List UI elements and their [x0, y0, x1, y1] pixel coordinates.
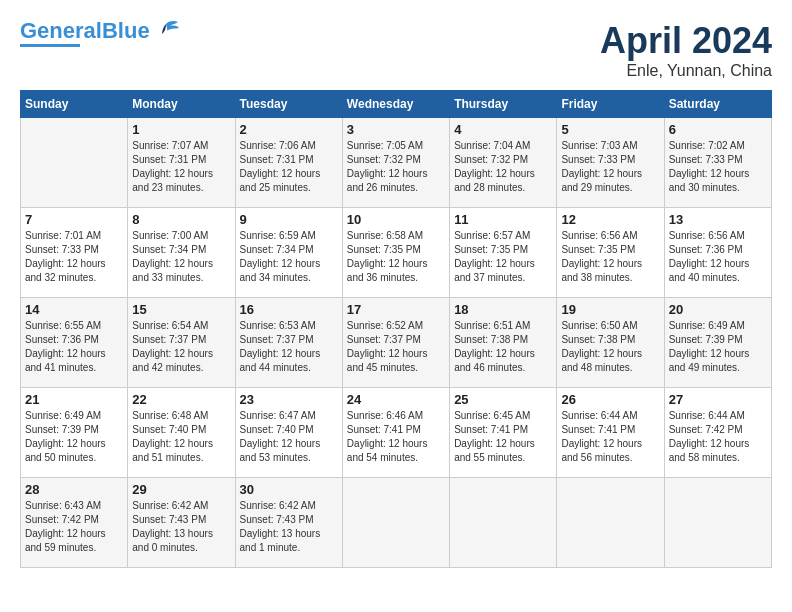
day-info: Sunrise: 6:46 AMSunset: 7:41 PMDaylight:… [347, 409, 445, 465]
title-block: April 2024 Enle, Yunnan, China [600, 20, 772, 80]
day-info: Sunrise: 6:58 AMSunset: 7:35 PMDaylight:… [347, 229, 445, 285]
calendar-cell: 3Sunrise: 7:05 AMSunset: 7:32 PMDaylight… [342, 118, 449, 208]
day-info: Sunrise: 6:55 AMSunset: 7:36 PMDaylight:… [25, 319, 123, 375]
day-number: 30 [240, 482, 338, 497]
day-number: 6 [669, 122, 767, 137]
day-info: Sunrise: 6:51 AMSunset: 7:38 PMDaylight:… [454, 319, 552, 375]
calendar-week-row: 28Sunrise: 6:43 AMSunset: 7:42 PMDayligh… [21, 478, 772, 568]
logo: GeneralBlue [20, 20, 180, 47]
logo-general: General [20, 18, 102, 43]
calendar-cell: 28Sunrise: 6:43 AMSunset: 7:42 PMDayligh… [21, 478, 128, 568]
day-number: 15 [132, 302, 230, 317]
calendar-cell: 16Sunrise: 6:53 AMSunset: 7:37 PMDayligh… [235, 298, 342, 388]
day-number: 21 [25, 392, 123, 407]
day-number: 18 [454, 302, 552, 317]
day-info: Sunrise: 7:05 AMSunset: 7:32 PMDaylight:… [347, 139, 445, 195]
calendar-cell [664, 478, 771, 568]
day-number: 11 [454, 212, 552, 227]
day-number: 27 [669, 392, 767, 407]
day-info: Sunrise: 6:49 AMSunset: 7:39 PMDaylight:… [669, 319, 767, 375]
day-number: 20 [669, 302, 767, 317]
day-info: Sunrise: 7:07 AMSunset: 7:31 PMDaylight:… [132, 139, 230, 195]
day-number: 5 [561, 122, 659, 137]
day-info: Sunrise: 6:52 AMSunset: 7:37 PMDaylight:… [347, 319, 445, 375]
calendar-cell: 4Sunrise: 7:04 AMSunset: 7:32 PMDaylight… [450, 118, 557, 208]
calendar-cell: 7Sunrise: 7:01 AMSunset: 7:33 PMDaylight… [21, 208, 128, 298]
day-info: Sunrise: 6:44 AMSunset: 7:42 PMDaylight:… [669, 409, 767, 465]
day-info: Sunrise: 6:48 AMSunset: 7:40 PMDaylight:… [132, 409, 230, 465]
day-info: Sunrise: 7:04 AMSunset: 7:32 PMDaylight:… [454, 139, 552, 195]
day-info: Sunrise: 6:45 AMSunset: 7:41 PMDaylight:… [454, 409, 552, 465]
calendar-cell: 8Sunrise: 7:00 AMSunset: 7:34 PMDaylight… [128, 208, 235, 298]
calendar-cell: 12Sunrise: 6:56 AMSunset: 7:35 PMDayligh… [557, 208, 664, 298]
day-number: 7 [25, 212, 123, 227]
day-number: 10 [347, 212, 445, 227]
day-info: Sunrise: 6:56 AMSunset: 7:36 PMDaylight:… [669, 229, 767, 285]
calendar-cell: 23Sunrise: 6:47 AMSunset: 7:40 PMDayligh… [235, 388, 342, 478]
location: Enle, Yunnan, China [600, 62, 772, 80]
calendar-week-row: 21Sunrise: 6:49 AMSunset: 7:39 PMDayligh… [21, 388, 772, 478]
day-info: Sunrise: 6:47 AMSunset: 7:40 PMDaylight:… [240, 409, 338, 465]
calendar-cell: 25Sunrise: 6:45 AMSunset: 7:41 PMDayligh… [450, 388, 557, 478]
calendar-week-row: 7Sunrise: 7:01 AMSunset: 7:33 PMDaylight… [21, 208, 772, 298]
logo-text: GeneralBlue [20, 20, 150, 42]
day-number: 24 [347, 392, 445, 407]
day-info: Sunrise: 6:43 AMSunset: 7:42 PMDaylight:… [25, 499, 123, 555]
day-info: Sunrise: 6:59 AMSunset: 7:34 PMDaylight:… [240, 229, 338, 285]
calendar-cell: 18Sunrise: 6:51 AMSunset: 7:38 PMDayligh… [450, 298, 557, 388]
calendar-cell: 6Sunrise: 7:02 AMSunset: 7:33 PMDaylight… [664, 118, 771, 208]
day-info: Sunrise: 6:44 AMSunset: 7:41 PMDaylight:… [561, 409, 659, 465]
calendar-header-row: SundayMondayTuesdayWednesdayThursdayFrid… [21, 91, 772, 118]
day-info: Sunrise: 7:06 AMSunset: 7:31 PMDaylight:… [240, 139, 338, 195]
day-info: Sunrise: 7:00 AMSunset: 7:34 PMDaylight:… [132, 229, 230, 285]
calendar-cell: 1Sunrise: 7:07 AMSunset: 7:31 PMDaylight… [128, 118, 235, 208]
day-number: 26 [561, 392, 659, 407]
day-number: 19 [561, 302, 659, 317]
day-info: Sunrise: 6:42 AMSunset: 7:43 PMDaylight:… [240, 499, 338, 555]
day-number: 17 [347, 302, 445, 317]
day-number: 28 [25, 482, 123, 497]
day-number: 3 [347, 122, 445, 137]
day-number: 22 [132, 392, 230, 407]
calendar-cell [342, 478, 449, 568]
calendar-cell: 22Sunrise: 6:48 AMSunset: 7:40 PMDayligh… [128, 388, 235, 478]
day-info: Sunrise: 6:53 AMSunset: 7:37 PMDaylight:… [240, 319, 338, 375]
day-info: Sunrise: 6:56 AMSunset: 7:35 PMDaylight:… [561, 229, 659, 285]
calendar-cell: 13Sunrise: 6:56 AMSunset: 7:36 PMDayligh… [664, 208, 771, 298]
day-number: 13 [669, 212, 767, 227]
calendar-cell: 10Sunrise: 6:58 AMSunset: 7:35 PMDayligh… [342, 208, 449, 298]
day-number: 16 [240, 302, 338, 317]
month-title: April 2024 [600, 20, 772, 62]
day-info: Sunrise: 7:01 AMSunset: 7:33 PMDaylight:… [25, 229, 123, 285]
calendar-cell: 21Sunrise: 6:49 AMSunset: 7:39 PMDayligh… [21, 388, 128, 478]
calendar-cell: 11Sunrise: 6:57 AMSunset: 7:35 PMDayligh… [450, 208, 557, 298]
calendar-day-header: Saturday [664, 91, 771, 118]
day-number: 1 [132, 122, 230, 137]
calendar-cell: 19Sunrise: 6:50 AMSunset: 7:38 PMDayligh… [557, 298, 664, 388]
day-info: Sunrise: 6:57 AMSunset: 7:35 PMDaylight:… [454, 229, 552, 285]
calendar-day-header: Sunday [21, 91, 128, 118]
calendar-cell: 20Sunrise: 6:49 AMSunset: 7:39 PMDayligh… [664, 298, 771, 388]
logo-bird-icon [152, 20, 180, 42]
calendar-week-row: 1Sunrise: 7:07 AMSunset: 7:31 PMDaylight… [21, 118, 772, 208]
day-info: Sunrise: 6:50 AMSunset: 7:38 PMDaylight:… [561, 319, 659, 375]
calendar-table: SundayMondayTuesdayWednesdayThursdayFrid… [20, 90, 772, 568]
day-number: 14 [25, 302, 123, 317]
day-info: Sunrise: 6:42 AMSunset: 7:43 PMDaylight:… [132, 499, 230, 555]
calendar-cell [450, 478, 557, 568]
calendar-day-header: Wednesday [342, 91, 449, 118]
calendar-cell: 15Sunrise: 6:54 AMSunset: 7:37 PMDayligh… [128, 298, 235, 388]
calendar-day-header: Friday [557, 91, 664, 118]
calendar-cell: 17Sunrise: 6:52 AMSunset: 7:37 PMDayligh… [342, 298, 449, 388]
calendar-cell: 29Sunrise: 6:42 AMSunset: 7:43 PMDayligh… [128, 478, 235, 568]
logo-underline [20, 44, 80, 47]
day-info: Sunrise: 7:03 AMSunset: 7:33 PMDaylight:… [561, 139, 659, 195]
calendar-day-header: Tuesday [235, 91, 342, 118]
calendar-week-row: 14Sunrise: 6:55 AMSunset: 7:36 PMDayligh… [21, 298, 772, 388]
calendar-cell: 9Sunrise: 6:59 AMSunset: 7:34 PMDaylight… [235, 208, 342, 298]
calendar-cell: 2Sunrise: 7:06 AMSunset: 7:31 PMDaylight… [235, 118, 342, 208]
calendar-cell: 5Sunrise: 7:03 AMSunset: 7:33 PMDaylight… [557, 118, 664, 208]
calendar-cell: 26Sunrise: 6:44 AMSunset: 7:41 PMDayligh… [557, 388, 664, 478]
calendar-cell: 30Sunrise: 6:42 AMSunset: 7:43 PMDayligh… [235, 478, 342, 568]
day-number: 12 [561, 212, 659, 227]
